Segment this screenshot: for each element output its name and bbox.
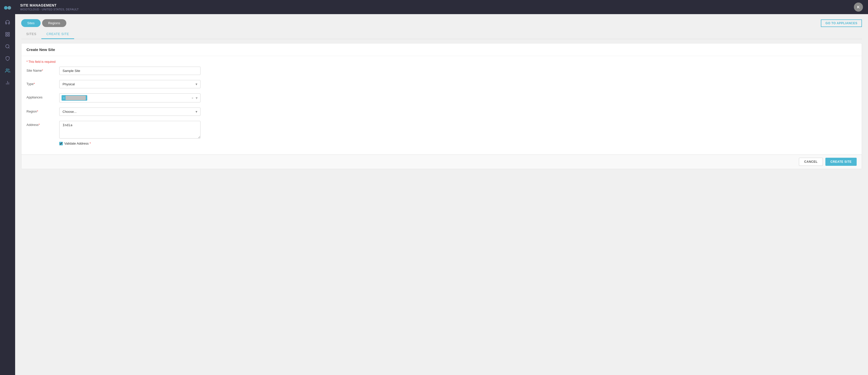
- required-note: * This field is required: [27, 60, 857, 64]
- appliances-text-input[interactable]: [88, 96, 190, 100]
- appliances-tag-input[interactable]: × × ▼: [59, 93, 200, 103]
- svg-rect-4: [6, 35, 7, 36]
- appliances-row: Appliances × × ▼: [27, 93, 857, 103]
- page-subtitle: WOOTCLOUD · UNITED STATES, DEFAULT: [20, 8, 79, 11]
- appliance-tag: ×: [62, 95, 87, 101]
- tag-input-actions: × ▼: [192, 96, 198, 100]
- svg-point-1: [7, 6, 11, 9]
- go-appliances-button[interactable]: GO TO APPLIANCES: [821, 20, 862, 27]
- search-icon[interactable]: [2, 41, 12, 52]
- svg-rect-2: [6, 33, 7, 34]
- toggle-sites-button[interactable]: Sites: [21, 19, 40, 27]
- content-area: Sites Regions GO TO APPLIANCES SITES CRE…: [15, 14, 868, 375]
- svg-line-7: [8, 48, 9, 49]
- form-card: Create New Site * This field is required…: [21, 43, 862, 169]
- appliances-control: × × ▼: [59, 93, 200, 103]
- validate-address-row: Validate Address *: [59, 142, 200, 145]
- svg-rect-3: [8, 33, 9, 34]
- type-row: Type* Physical Virtual Cloud ▼: [27, 80, 857, 88]
- site-name-label: Site Name*: [27, 67, 59, 73]
- tag-dropdown-icon[interactable]: ▼: [195, 96, 198, 100]
- grid-icon[interactable]: [2, 29, 12, 39]
- site-name-row: Site Name*: [27, 67, 857, 75]
- chart-icon[interactable]: [2, 78, 12, 88]
- validate-address-checkbox[interactable]: [59, 142, 63, 145]
- sidebar: [0, 0, 15, 375]
- shield-icon[interactable]: [2, 54, 12, 64]
- type-select[interactable]: Physical Virtual Cloud: [59, 80, 200, 88]
- toggle-bar: Sites Regions GO TO APPLIANCES: [21, 19, 862, 27]
- region-row: Region* Choose... ▼: [27, 108, 857, 116]
- svg-point-8: [6, 69, 8, 71]
- app-logo[interactable]: [3, 3, 12, 12]
- cancel-button[interactable]: CANCEL: [799, 158, 823, 166]
- tab-create-site[interactable]: CREATE SITE: [41, 30, 74, 39]
- header-info: SITE MANAGEMENT WOOTCLOUD · UNITED STATE…: [20, 3, 79, 11]
- svg-point-6: [6, 45, 9, 48]
- region-select-wrapper: Choose... ▼: [59, 108, 200, 116]
- appliances-label: Appliances: [27, 93, 59, 99]
- type-select-wrapper: Physical Virtual Cloud ▼: [59, 80, 200, 88]
- validate-address-label: Validate Address *: [64, 142, 91, 145]
- svg-rect-5: [8, 35, 9, 36]
- main-panel: SITE MANAGEMENT WOOTCLOUD · UNITED STATE…: [15, 0, 868, 375]
- form-card-title: Create New Site: [22, 44, 862, 56]
- address-textarea[interactable]: India: [59, 121, 200, 139]
- region-select[interactable]: Choose...: [59, 108, 200, 116]
- appliance-tag-value: [66, 96, 86, 100]
- type-control: Physical Virtual Cloud ▼: [59, 80, 200, 88]
- top-header: SITE MANAGEMENT WOOTCLOUD · UNITED STATE…: [15, 0, 868, 14]
- tag-clear-icon[interactable]: ×: [192, 96, 194, 100]
- avatar[interactable]: K: [854, 2, 863, 11]
- region-label: Region*: [27, 108, 59, 113]
- region-control: Choose... ▼: [59, 108, 200, 116]
- sub-tabs: SITES CREATE SITE: [21, 30, 862, 39]
- svg-point-0: [4, 6, 7, 9]
- address-row: Address* India Validate Address *: [27, 121, 857, 145]
- type-label: Type*: [27, 80, 59, 86]
- headset-icon[interactable]: [2, 17, 12, 27]
- site-name-control: [59, 67, 200, 75]
- toggle-regions-button[interactable]: Regions: [42, 19, 66, 27]
- appliance-tag-remove[interactable]: ×: [63, 96, 65, 99]
- address-control: India Validate Address *: [59, 121, 200, 145]
- form-card-footer: CANCEL CREATE SITE: [22, 154, 862, 169]
- form-card-body: * This field is required Site Name* Type…: [22, 56, 862, 154]
- site-name-input[interactable]: [59, 67, 200, 75]
- tab-sites[interactable]: SITES: [21, 30, 41, 39]
- create-site-button[interactable]: CREATE SITE: [826, 158, 857, 166]
- address-label: Address*: [27, 121, 59, 127]
- page-title: SITE MANAGEMENT: [20, 3, 79, 7]
- toggle-group: Sites Regions: [21, 19, 66, 27]
- users-icon[interactable]: [2, 66, 12, 76]
